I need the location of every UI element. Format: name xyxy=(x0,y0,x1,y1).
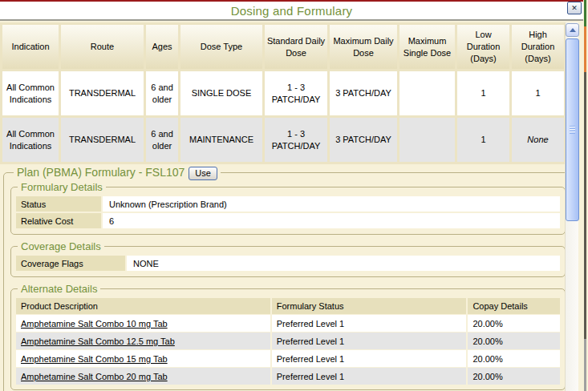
window-edge-decor-gray xyxy=(584,339,586,391)
close-icon: ✕ xyxy=(571,5,578,12)
dosing-cell: All Common Indications xyxy=(2,71,59,115)
dosing-cell: All Common Indications xyxy=(2,118,59,162)
dosing-row: All Common IndicationsTRANSDERMAL6 and o… xyxy=(2,118,564,162)
dosing-cell xyxy=(399,71,455,115)
window-edge-decor-dark xyxy=(584,72,586,339)
field-label: Relative Cost xyxy=(16,213,101,228)
alternate-row: Amphetamine Salt Combo 20 mg TabPreferre… xyxy=(16,368,560,385)
dosing-table-section: IndicationRouteAgesDose TypeStandard Dai… xyxy=(0,22,566,164)
vertical-scrollbar[interactable] xyxy=(565,22,578,391)
scrollbar-thumb[interactable] xyxy=(566,38,579,221)
dosing-cell: None xyxy=(512,118,564,162)
close-button[interactable]: ✕ xyxy=(567,2,582,14)
column-header: High Duration (Days) xyxy=(512,25,564,69)
use-button[interactable]: Use xyxy=(189,167,217,180)
product-cell: Amphetamine Salt Combo 10 mg Tab xyxy=(16,315,270,332)
product-link[interactable]: Amphetamine Salt Combo 15 mg Tab xyxy=(21,354,168,364)
formulary-details-fields: StatusUnknown (Prescription Brand)Relati… xyxy=(14,196,562,228)
product-cell: Amphetamine Salt Combo 20 mg Tab xyxy=(16,368,270,385)
column-header: Indication xyxy=(2,25,59,69)
dosing-cell: 1 - 3 PATCH/DAY xyxy=(265,118,327,162)
dosing-cell: MAINTENANCE xyxy=(180,118,262,162)
formulary-status-cell: Preferred Level 1 xyxy=(272,315,467,332)
dosing-cell: 3 PATCH/DAY xyxy=(330,71,397,115)
coverage-details-legend: Coverage Details xyxy=(18,240,104,252)
dosing-cell: 1 xyxy=(512,71,564,115)
dosing-cell xyxy=(399,118,455,162)
scrollbar-grip-icon xyxy=(570,126,575,134)
alternate-row: Amphetamine Salt Combo 12.5 mg TabPrefer… xyxy=(16,333,560,349)
copay-cell: 20.00% xyxy=(468,368,560,385)
dosing-cell: SINGLE DOSE xyxy=(180,71,262,115)
dosing-cell: 1 xyxy=(457,71,509,115)
alternate-details-section: Alternate Details Product DescriptionFor… xyxy=(10,283,566,390)
product-link[interactable]: Amphetamine Salt Combo 12.5 mg Tab xyxy=(21,337,175,346)
alt-column-header: Formulary Status xyxy=(272,298,467,314)
product-link[interactable]: Amphetamine Salt Combo 10 mg Tab xyxy=(21,319,168,329)
field-label: Status xyxy=(16,196,101,212)
plan-formulary-legend: Plan (PBMA) Formulary - FSL107Use xyxy=(14,166,221,180)
window-edge-decor-orange xyxy=(584,26,586,72)
scroll-up-button[interactable] xyxy=(566,23,579,37)
dosing-header-row: IndicationRouteAgesDose TypeStandard Dai… xyxy=(2,25,564,69)
chevron-up-icon xyxy=(570,28,576,32)
copay-cell: 20.00% xyxy=(468,350,560,367)
coverage-details-section: Coverage Details Coverage FlagsNONE xyxy=(10,240,566,277)
alternate-row: Amphetamine Salt Combo 15 mg TabPreferre… xyxy=(16,350,560,367)
formulary-status-cell: Preferred Level 1 xyxy=(272,333,467,349)
dialog-titlebar: Dosing and Formulary xyxy=(0,2,583,21)
alternate-details-table: Product DescriptionFormulary StatusCopay… xyxy=(14,297,562,385)
column-header: Dose Type xyxy=(180,25,262,69)
dosing-row: All Common IndicationsTRANSDERMAL6 and o… xyxy=(2,71,564,115)
product-cell: Amphetamine Salt Combo 12.5 mg Tab xyxy=(16,333,270,349)
formulary-status-cell: Preferred Level 1 xyxy=(272,368,467,385)
column-header: Route xyxy=(61,25,144,69)
field-row: Relative Cost6 xyxy=(16,213,560,228)
copay-cell: 20.00% xyxy=(468,333,560,349)
field-label: Coverage Flags xyxy=(16,256,125,271)
alternate-header-row: Product DescriptionFormulary StatusCopay… xyxy=(16,298,560,314)
plan-formulary-section: Plan (PBMA) Formulary - FSL107Use Formul… xyxy=(3,166,573,391)
dosing-table: IndicationRouteAgesDose TypeStandard Dai… xyxy=(0,22,566,164)
window-edge-decor-green xyxy=(584,0,586,26)
column-header: Standard Daily Dose xyxy=(265,25,327,69)
alt-column-header: Copay Details xyxy=(468,298,560,314)
column-header: Maximum Single Dose xyxy=(399,25,455,69)
product-link[interactable]: Amphetamine Salt Combo 20 mg Tab xyxy=(21,372,168,381)
field-value: NONE xyxy=(127,256,560,271)
dosing-cell: 6 and older xyxy=(146,118,178,162)
column-header: Low Duration (Days) xyxy=(457,25,509,69)
alternate-details-legend: Alternate Details xyxy=(18,283,100,295)
formulary-details-legend: Formulary Details xyxy=(18,181,106,193)
field-value: 6 xyxy=(103,213,560,228)
formulary-status-cell: Preferred Level 1 xyxy=(272,350,467,367)
field-value: Unknown (Prescription Brand) xyxy=(103,196,560,212)
dosing-cell: 1 xyxy=(457,118,509,162)
field-row: Coverage FlagsNONE xyxy=(16,256,560,271)
dosing-cell: TRANSDERMAL xyxy=(61,71,144,115)
copay-cell: 20.00% xyxy=(468,315,560,332)
alt-column-header: Product Description xyxy=(16,298,270,314)
dosing-cell: TRANSDERMAL xyxy=(61,118,144,162)
plan-formulary-title: Plan (PBMA) Formulary - FSL107 xyxy=(17,166,185,179)
dialog-title: Dosing and Formulary xyxy=(231,4,353,18)
dosing-cell: 3 PATCH/DAY xyxy=(330,118,397,162)
product-cell: Amphetamine Salt Combo 15 mg Tab xyxy=(16,350,270,367)
coverage-details-fields: Coverage FlagsNONE xyxy=(14,256,562,271)
column-header: Ages xyxy=(146,25,178,69)
field-row: StatusUnknown (Prescription Brand) xyxy=(16,196,560,212)
alternate-row: Amphetamine Salt Combo 10 mg TabPreferre… xyxy=(16,315,560,332)
column-header: Maximum Daily Dose xyxy=(330,25,397,69)
dosing-formulary-dialog: Dosing and Formulary ✕ IndicationRouteAg… xyxy=(0,0,588,391)
formulary-details-section: Formulary Details StatusUnknown (Prescri… xyxy=(10,181,566,235)
dosing-cell: 6 and older xyxy=(146,71,178,115)
dosing-cell: 1 - 3 PATCH/DAY xyxy=(265,71,327,115)
